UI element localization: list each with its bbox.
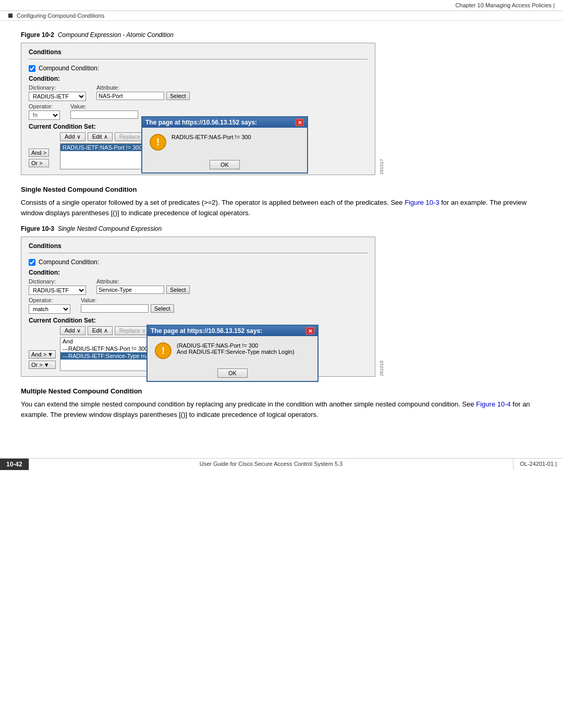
figure2-compound-row: Compound Condition: [29, 258, 368, 266]
figure1-dialog: The page at https://10.56.13.152 says: ✕… [141, 116, 308, 174]
figure1-caption: Figure 10-2 Compound Expression - Atomic… [21, 31, 542, 39]
figure1-caption-text: Compound Expression - Atomic Condition [58, 31, 174, 39]
section2-text1: You can extend the simple nested compoun… [21, 400, 476, 408]
figure1-form-row1: Dictionary: RADIUS-IETF Attribute: Selec… [29, 84, 368, 101]
figure2-side-num: 281018 [379, 237, 384, 376]
section1-text1: Consists of a single operator followed b… [21, 199, 405, 206]
figure2-form-row2: Operator: match Value: Select [29, 297, 368, 314]
figure1-dict-col: Dictionary: RADIUS-IETF [29, 84, 86, 101]
figure1-condition-label: Condition: [29, 75, 368, 82]
figure1-select-btn1[interactable]: Select [166, 92, 190, 100]
figure1-logic-buttons: And > Or > [29, 149, 49, 167]
figure2-dialog-close[interactable]: ✕ [306, 327, 314, 335]
section1-link[interactable]: Figure 10-3 [405, 199, 439, 206]
figure1-dialog-close[interactable]: ✕ [296, 119, 304, 126]
figure2-dict-field-row: RADIUS-IETF [29, 286, 86, 295]
figure1-attr-col: Attribute: Select [96, 84, 190, 101]
figure2-attr-input[interactable] [96, 286, 164, 294]
figure2-or-btn-label: Or > [31, 362, 43, 368]
figure2-warning-icon: ! [155, 342, 172, 359]
figure2-dialog-ok[interactable]: OK [217, 368, 248, 378]
figure2-caption: Figure 10-3 Single Nested Compound Expre… [21, 225, 542, 232]
figure2-wrapper: Figure 10-3 Single Nested Compound Expre… [21, 225, 542, 377]
figure2-or-dropdown: ▼ [44, 362, 50, 368]
figure2-add-btn[interactable]: Add ∨ [60, 326, 85, 335]
figure2-or-btn[interactable]: Or > ▼ [29, 361, 56, 369]
figure1-add-btn[interactable]: Add ∨ [60, 132, 85, 141]
figure1-op-select[interactable]: != [29, 110, 60, 120]
figure1-val-input[interactable] [70, 110, 138, 119]
figure2-val-field-row: Select [81, 304, 174, 313]
figure1-dict-label: Dictionary: [29, 84, 86, 91]
figure1-wrapper: Figure 10-2 Compound Expression - Atomic… [21, 31, 542, 175]
figure2-and-btn[interactable]: And > ▼ [29, 350, 56, 359]
figure2-and-btn-label: And > [31, 351, 46, 357]
footer-center: User Guide for Cisco Secure Access Contr… [29, 459, 514, 470]
figure2-val-input[interactable] [81, 304, 149, 313]
figure1-dialog-msg: RADIUS-IETF:NAS-Port != 300 [172, 134, 300, 140]
figure1-and-btn[interactable]: And > [29, 149, 49, 157]
figure1-attr-input[interactable] [96, 92, 164, 100]
figure1-val-col: Value: [70, 103, 138, 120]
figure2-edit-btn[interactable]: Edit ∧ [88, 326, 113, 335]
section1-text: Consists of a single operator followed b… [21, 198, 542, 218]
top-header: Chapter 10 Managing Access Policies | [0, 0, 563, 11]
figure2-dialog-footer: OK [148, 365, 317, 381]
figure1-caption-bold: Figure 10-2 [21, 31, 54, 39]
section2-link[interactable]: Figure 10-4 [476, 400, 510, 408]
figure2-dialog-body: ! (RADIUS-IETF:NAS-Port != 300 And RADIU… [148, 336, 317, 365]
section1-heading: Single Nested Compound Condition [21, 186, 542, 193]
footer: 10-42 User Guide for Cisco Secure Access… [0, 458, 563, 470]
figure2-dialog-title: The page at https://10.56.13.152 says: [151, 327, 262, 335]
figure1-val-field-row [70, 110, 138, 119]
figure2-op-label: Operator: [29, 297, 70, 303]
figure1-val-label: Value: [70, 103, 138, 109]
figure2-compound-label: Compound Condition: [39, 258, 99, 266]
figure2-val-col: Value: Select [81, 297, 174, 314]
figure2-dialog-msg2: And RADIUS-IETF:Service-Type match Login… [177, 349, 310, 355]
figure2-and-dropdown: ▼ [47, 351, 53, 357]
figure1-dialog-body: ! RADIUS-IETF:NAS-Port != 300 [142, 128, 307, 157]
figure2-compound-checkbox[interactable] [29, 259, 35, 266]
figure2-select-btn1[interactable]: Select [166, 286, 190, 294]
figure2-condset-label: Current Condition Set: [29, 317, 368, 324]
figure1-dialog-title: The page at https://10.56.13.152 says: [145, 119, 257, 126]
figure1-attr-label: Attribute: [96, 84, 190, 91]
figure1-edit-btn[interactable]: Edit ∧ [88, 132, 113, 141]
figure1-side-num: 281017 [379, 43, 384, 175]
figure2-select-btn2[interactable]: Select [151, 304, 174, 313]
footer-page-num: 10-42 [0, 459, 29, 470]
figure1-dict-select[interactable]: RADIUS-IETF [29, 92, 86, 101]
header-right: Chapter 10 Managing Access Policies | [455, 2, 555, 8]
figure2-dict-col: Dictionary: RADIUS-IETF [29, 278, 86, 295]
section2-heading: Multiple Nested Compound Condition [21, 387, 542, 395]
figure1-or-btn[interactable]: Or > [29, 159, 49, 167]
main-content: Figure 10-2 Compound Expression - Atomic… [0, 21, 563, 437]
figure2-dict-select[interactable]: RADIUS-IETF [29, 286, 86, 295]
figure1-op-field-row: != [29, 110, 60, 120]
figure1-dialog-ok[interactable]: OK [210, 160, 240, 169]
figure2-conditions-box: Conditions Compound Condition: Condition… [21, 237, 375, 377]
figure2-op-select[interactable]: match [29, 304, 70, 314]
figure2-dialog-titlebar: The page at https://10.56.13.152 says: ✕ [148, 326, 317, 336]
figure1-attr-field-row: Select [96, 92, 190, 100]
figure1-conditions-title: Conditions [29, 48, 368, 56]
figure2-dialog: The page at https://10.56.13.152 says: ✕… [146, 325, 319, 382]
figure1-dict-field-row: RADIUS-IETF [29, 92, 86, 101]
figure2-dialog-msg1: (RADIUS-IETF:NAS-Port != 300 [177, 342, 310, 349]
figure2-val-label: Value: [81, 297, 174, 303]
figure2-attr-field-row: Select [96, 286, 190, 294]
breadcrumb-text: Configuring Compound Conditions [17, 13, 104, 19]
figure2-op-field-row: match [29, 304, 70, 314]
figure2-attr-label: Attribute: [96, 278, 190, 285]
figure2-conditions-title: Conditions [29, 242, 368, 250]
figure1-compound-row: Compound Condition: [29, 65, 368, 72]
figure2-replace-btn[interactable]: Replace ∨ [115, 326, 151, 335]
figure2-form-row1: Dictionary: RADIUS-IETF Attribute: Selec… [29, 278, 368, 295]
footer-right: OL-24201-01 | [513, 459, 563, 470]
figure1-op-label: Operator: [29, 103, 60, 109]
figure1-warning-icon: ! [150, 134, 166, 151]
figure1-compound-checkbox[interactable] [29, 65, 35, 72]
figure1-dialog-titlebar: The page at https://10.56.13.152 says: ✕ [142, 117, 307, 128]
figure2-dict-label: Dictionary: [29, 278, 86, 285]
